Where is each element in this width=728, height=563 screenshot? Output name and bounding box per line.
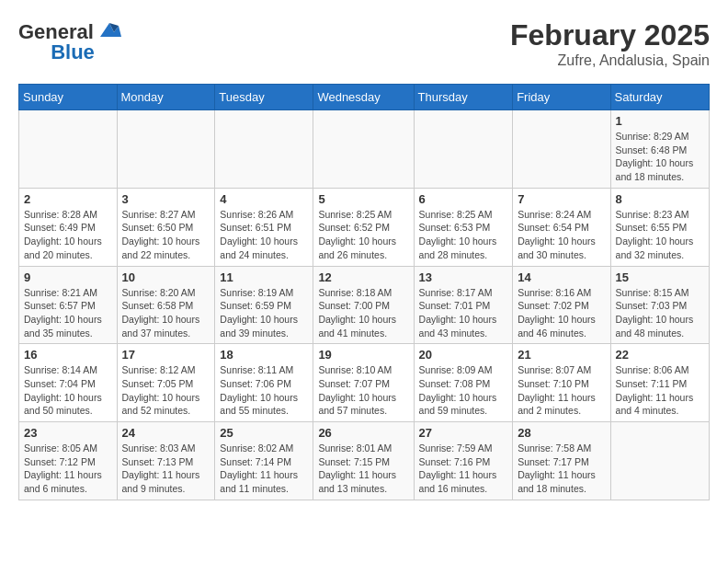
day-info: Sunrise: 8:03 AMSunset: 7:13 PMDaylight:… bbox=[122, 442, 210, 496]
calendar-cell bbox=[313, 110, 414, 189]
day-info: Sunrise: 8:25 AMSunset: 6:52 PMDaylight:… bbox=[318, 208, 408, 262]
day-number: 2 bbox=[24, 192, 112, 206]
calendar-cell: 4Sunrise: 8:26 AMSunset: 6:51 PMDaylight… bbox=[215, 188, 313, 266]
calendar-cell: 16Sunrise: 8:14 AMSunset: 7:04 PMDayligh… bbox=[19, 344, 118, 422]
calendar-cell: 3Sunrise: 8:27 AMSunset: 6:50 PMDaylight… bbox=[117, 188, 215, 266]
day-number: 13 bbox=[419, 270, 508, 284]
day-number: 8 bbox=[616, 192, 704, 206]
day-number: 4 bbox=[220, 192, 308, 206]
calendar-cell: 19Sunrise: 8:10 AMSunset: 7:07 PMDayligh… bbox=[313, 344, 414, 422]
day-info: Sunrise: 8:01 AMSunset: 7:15 PMDaylight:… bbox=[318, 442, 408, 496]
page-header: General Blue February 2025 Zufre, Andalu… bbox=[18, 18, 710, 69]
day-number: 21 bbox=[518, 348, 605, 362]
day-info: Sunrise: 8:18 AMSunset: 7:00 PMDaylight:… bbox=[318, 286, 408, 340]
calendar-subtitle: Zufre, Andalusia, Spain bbox=[510, 52, 710, 69]
calendar-cell: 7Sunrise: 8:24 AMSunset: 6:54 PMDaylight… bbox=[513, 188, 610, 266]
calendar-cell bbox=[513, 110, 610, 189]
day-number: 11 bbox=[220, 270, 308, 284]
weekday-header: Thursday bbox=[414, 85, 513, 110]
calendar-cell: 10Sunrise: 8:20 AMSunset: 6:58 PMDayligh… bbox=[117, 266, 215, 344]
calendar-cell: 11Sunrise: 8:19 AMSunset: 6:59 PMDayligh… bbox=[215, 266, 313, 344]
calendar-table: SundayMondayTuesdayWednesdayThursdayFrid… bbox=[18, 84, 710, 500]
calendar-week-row: 1Sunrise: 8:29 AMSunset: 6:48 PMDaylight… bbox=[19, 110, 710, 189]
weekday-header: Saturday bbox=[610, 85, 709, 110]
day-info: Sunrise: 8:07 AMSunset: 7:10 PMDaylight:… bbox=[518, 363, 605, 418]
logo-bird-icon bbox=[96, 18, 123, 46]
calendar-header-row: SundayMondayTuesdayWednesdayThursdayFrid… bbox=[19, 85, 710, 110]
calendar-week-row: 2Sunrise: 8:28 AMSunset: 6:49 PMDaylight… bbox=[19, 188, 710, 266]
calendar-cell: 14Sunrise: 8:16 AMSunset: 7:02 PMDayligh… bbox=[513, 266, 610, 344]
title-block: February 2025 Zufre, Andalusia, Spain bbox=[510, 18, 710, 69]
day-info: Sunrise: 8:23 AMSunset: 6:55 PMDaylight:… bbox=[616, 208, 704, 262]
day-info: Sunrise: 8:16 AMSunset: 7:02 PMDaylight:… bbox=[518, 286, 605, 340]
day-number: 27 bbox=[419, 426, 508, 440]
day-number: 14 bbox=[518, 270, 605, 284]
calendar-cell bbox=[610, 422, 709, 500]
day-info: Sunrise: 7:59 AMSunset: 7:16 PMDaylight:… bbox=[419, 442, 508, 496]
day-info: Sunrise: 8:29 AMSunset: 6:48 PMDaylight:… bbox=[616, 130, 704, 184]
calendar-cell: 24Sunrise: 8:03 AMSunset: 7:13 PMDayligh… bbox=[117, 422, 215, 500]
day-number: 10 bbox=[122, 270, 210, 284]
day-info: Sunrise: 8:24 AMSunset: 6:54 PMDaylight:… bbox=[518, 208, 605, 262]
day-info: Sunrise: 8:14 AMSunset: 7:04 PMDaylight:… bbox=[24, 363, 112, 418]
calendar-cell: 12Sunrise: 8:18 AMSunset: 7:00 PMDayligh… bbox=[313, 266, 414, 344]
calendar-cell: 28Sunrise: 7:58 AMSunset: 7:17 PMDayligh… bbox=[513, 422, 610, 500]
calendar-cell: 25Sunrise: 8:02 AMSunset: 7:14 PMDayligh… bbox=[215, 422, 313, 500]
calendar-title: February 2025 bbox=[510, 18, 710, 52]
calendar-cell: 17Sunrise: 8:12 AMSunset: 7:05 PMDayligh… bbox=[117, 344, 215, 422]
day-number: 22 bbox=[616, 348, 704, 362]
calendar-cell: 1Sunrise: 8:29 AMSunset: 6:48 PMDaylight… bbox=[610, 110, 709, 189]
day-info: Sunrise: 8:20 AMSunset: 6:58 PMDaylight:… bbox=[122, 286, 210, 340]
calendar-cell bbox=[215, 110, 313, 189]
day-info: Sunrise: 8:27 AMSunset: 6:50 PMDaylight:… bbox=[122, 208, 210, 262]
day-number: 16 bbox=[24, 348, 112, 362]
weekday-header: Friday bbox=[513, 85, 610, 110]
day-info: Sunrise: 8:02 AMSunset: 7:14 PMDaylight:… bbox=[220, 442, 308, 496]
day-info: Sunrise: 8:10 AMSunset: 7:07 PMDaylight:… bbox=[318, 363, 408, 418]
day-number: 9 bbox=[24, 270, 112, 284]
weekday-header: Sunday bbox=[19, 85, 118, 110]
calendar-cell bbox=[19, 110, 118, 189]
day-number: 1 bbox=[616, 114, 704, 128]
calendar-cell: 23Sunrise: 8:05 AMSunset: 7:12 PMDayligh… bbox=[19, 422, 118, 500]
calendar-cell: 6Sunrise: 8:25 AMSunset: 6:53 PMDaylight… bbox=[414, 188, 513, 266]
day-info: Sunrise: 8:25 AMSunset: 6:53 PMDaylight:… bbox=[419, 208, 508, 262]
day-info: Sunrise: 8:05 AMSunset: 7:12 PMDaylight:… bbox=[24, 442, 112, 496]
day-info: Sunrise: 8:26 AMSunset: 6:51 PMDaylight:… bbox=[220, 208, 308, 262]
day-info: Sunrise: 8:17 AMSunset: 7:01 PMDaylight:… bbox=[419, 286, 508, 340]
calendar-cell: 27Sunrise: 7:59 AMSunset: 7:16 PMDayligh… bbox=[414, 422, 513, 500]
day-number: 12 bbox=[318, 270, 408, 284]
day-number: 15 bbox=[616, 270, 704, 284]
day-number: 17 bbox=[122, 348, 210, 362]
day-info: Sunrise: 8:15 AMSunset: 7:03 PMDaylight:… bbox=[616, 286, 704, 340]
day-number: 6 bbox=[419, 192, 508, 206]
day-info: Sunrise: 7:58 AMSunset: 7:17 PMDaylight:… bbox=[518, 442, 605, 496]
logo: General Blue bbox=[18, 18, 123, 64]
weekday-header: Wednesday bbox=[313, 85, 414, 110]
day-info: Sunrise: 8:12 AMSunset: 7:05 PMDaylight:… bbox=[122, 363, 210, 418]
calendar-cell: 22Sunrise: 8:06 AMSunset: 7:11 PMDayligh… bbox=[610, 344, 709, 422]
day-number: 25 bbox=[220, 426, 308, 440]
calendar-cell bbox=[117, 110, 215, 189]
day-number: 23 bbox=[24, 426, 112, 440]
calendar-cell: 13Sunrise: 8:17 AMSunset: 7:01 PMDayligh… bbox=[414, 266, 513, 344]
logo-blue-text: Blue bbox=[51, 40, 95, 64]
calendar-cell: 2Sunrise: 8:28 AMSunset: 6:49 PMDaylight… bbox=[19, 188, 118, 266]
weekday-header: Monday bbox=[117, 85, 215, 110]
day-info: Sunrise: 8:28 AMSunset: 6:49 PMDaylight:… bbox=[24, 208, 112, 262]
calendar-week-row: 23Sunrise: 8:05 AMSunset: 7:12 PMDayligh… bbox=[19, 422, 710, 500]
day-info: Sunrise: 8:21 AMSunset: 6:57 PMDaylight:… bbox=[24, 286, 112, 340]
day-number: 18 bbox=[220, 348, 308, 362]
calendar-cell: 26Sunrise: 8:01 AMSunset: 7:15 PMDayligh… bbox=[313, 422, 414, 500]
day-info: Sunrise: 8:19 AMSunset: 6:59 PMDaylight:… bbox=[220, 286, 308, 340]
calendar-cell: 8Sunrise: 8:23 AMSunset: 6:55 PMDaylight… bbox=[610, 188, 709, 266]
day-number: 24 bbox=[122, 426, 210, 440]
day-info: Sunrise: 8:11 AMSunset: 7:06 PMDaylight:… bbox=[220, 363, 308, 418]
calendar-week-row: 16Sunrise: 8:14 AMSunset: 7:04 PMDayligh… bbox=[19, 344, 710, 422]
calendar-cell bbox=[414, 110, 513, 189]
day-info: Sunrise: 8:09 AMSunset: 7:08 PMDaylight:… bbox=[419, 363, 508, 418]
calendar-cell: 18Sunrise: 8:11 AMSunset: 7:06 PMDayligh… bbox=[215, 344, 313, 422]
weekday-header: Tuesday bbox=[215, 85, 313, 110]
day-number: 5 bbox=[318, 192, 408, 206]
calendar-cell: 9Sunrise: 8:21 AMSunset: 6:57 PMDaylight… bbox=[19, 266, 118, 344]
